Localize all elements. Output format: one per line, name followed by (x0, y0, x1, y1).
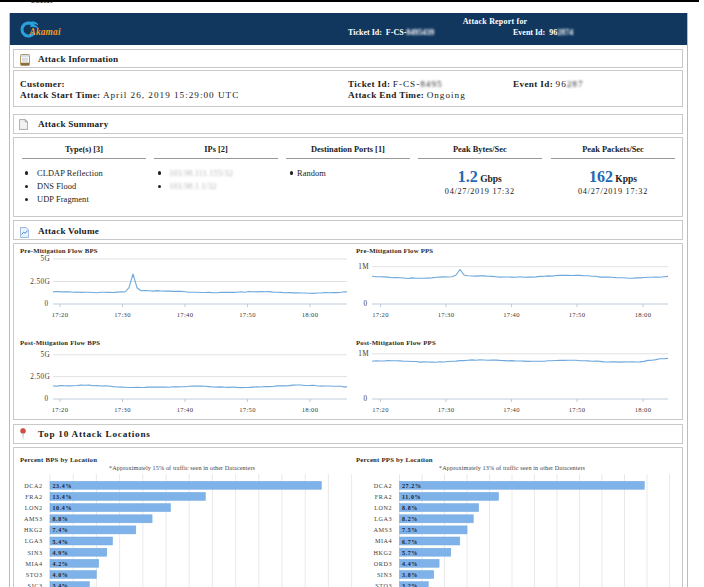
svg-text:3.4%: 3.4% (53, 583, 69, 587)
svg-text:4.4%: 4.4% (402, 561, 418, 567)
svg-text:SJC3: SJC3 (27, 582, 42, 587)
svg-text:3.8%: 3.8% (402, 572, 418, 578)
svg-text:8.2%: 8.2% (402, 516, 418, 522)
svg-text:27.2%: 27.2% (402, 483, 422, 489)
svg-text:4.9%: 4.9% (53, 550, 69, 556)
svg-text:7.5%: 7.5% (402, 527, 418, 533)
svg-text:SIN3: SIN3 (377, 571, 392, 578)
svg-text:LON2: LON2 (25, 504, 43, 511)
svg-text:8.8%: 8.8% (402, 505, 418, 511)
svg-text:3.2%: 3.2% (402, 583, 418, 587)
svg-text:LGA3: LGA3 (25, 537, 43, 544)
svg-text:STO3: STO3 (26, 571, 43, 578)
svg-text:23.4%: 23.4% (53, 483, 73, 489)
svg-text:11.0%: 11.0% (402, 494, 421, 500)
svg-text:8.8%: 8.8% (53, 516, 69, 522)
svg-text:FRA2: FRA2 (375, 493, 392, 500)
svg-text:7.4%: 7.4% (53, 527, 69, 533)
svg-text:ORD3: ORD3 (374, 560, 392, 567)
svg-text:LON2: LON2 (374, 504, 392, 511)
svg-text:LGA3: LGA3 (374, 515, 392, 522)
svg-text:DCA2: DCA2 (24, 482, 42, 489)
svg-text:5.4%: 5.4% (53, 539, 69, 545)
svg-text:10.4%: 10.4% (53, 505, 73, 511)
svg-text:MIA4: MIA4 (375, 537, 392, 544)
svg-text:4.0%: 4.0% (53, 572, 69, 578)
svg-text:FRA2: FRA2 (25, 493, 42, 500)
svg-text:AMS3: AMS3 (24, 515, 43, 522)
svg-text:AMS3: AMS3 (373, 526, 392, 533)
svg-text:DCA2: DCA2 (374, 482, 392, 489)
svg-text:13.4%: 13.4% (53, 494, 73, 500)
svg-text:MIA4: MIA4 (25, 560, 42, 567)
svg-text:SIN3: SIN3 (27, 549, 42, 556)
svg-text:HKG2: HKG2 (24, 526, 43, 533)
svg-text:HKG2: HKG2 (374, 549, 393, 556)
svg-text:4.2%: 4.2% (53, 561, 69, 567)
svg-text:STO3: STO3 (375, 582, 392, 587)
svg-text:6.7%: 6.7% (402, 539, 418, 545)
svg-text:5.7%: 5.7% (402, 550, 418, 556)
